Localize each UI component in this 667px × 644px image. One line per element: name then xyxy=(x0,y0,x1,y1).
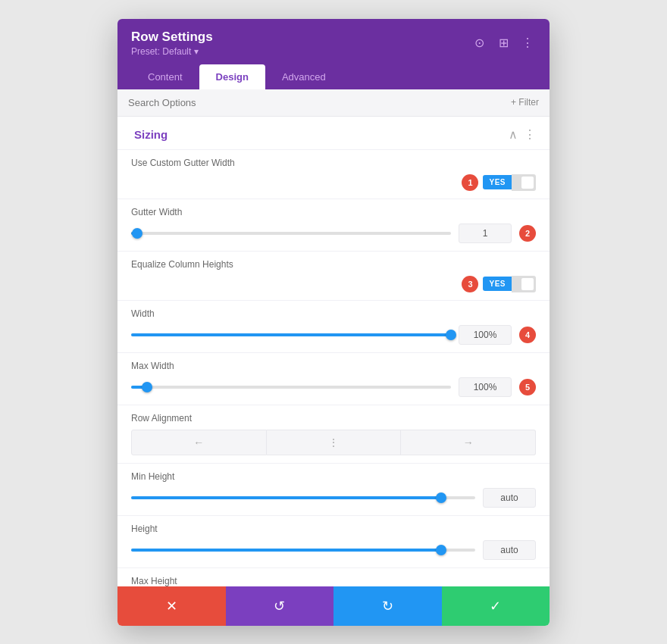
footer: ✕ ↺ ↻ ✓ xyxy=(117,586,550,626)
slider-row-width: 100% 4 xyxy=(131,325,536,345)
toggle-custom-gutter[interactable]: YES xyxy=(483,174,536,191)
capture-icon[interactable]: ⊙ xyxy=(471,35,487,52)
slider-thumb-max-width[interactable] xyxy=(142,382,152,392)
slider-fill-gutter xyxy=(131,232,137,235)
slider-value-height: auto xyxy=(483,540,536,560)
setting-custom-gutter: Use Custom Gutter Width 1 YES xyxy=(117,149,550,199)
header-text: Row Settings Preset: Default ▾ xyxy=(131,30,213,57)
slider-fill-max-width xyxy=(131,386,147,389)
collapse-icon[interactable]: ∧ xyxy=(509,127,518,142)
undo-button[interactable]: ↺ xyxy=(226,586,334,626)
setting-row-inner: 1 YES xyxy=(131,174,536,191)
slider-track-max-width[interactable] xyxy=(131,386,451,389)
content-area: Sizing ∧ ⋮ Use Custom Gutter Width 1 YES… xyxy=(117,117,550,586)
setting-equalize-heights: Equalize Column Heights 3 YES xyxy=(117,251,550,300)
setting-height: Height auto xyxy=(117,515,550,567)
header-top: Row Settings Preset: Default ▾ ⊙ ⊞ ⋮ xyxy=(131,30,536,57)
setting-max-height: Max Height none xyxy=(117,567,550,586)
search-bar: + Filter xyxy=(117,89,550,117)
slider-thumb-gutter[interactable] xyxy=(132,228,142,239)
slider-track-height[interactable] xyxy=(131,549,475,552)
slider-value-width: 100% xyxy=(459,325,512,345)
slider-fill-height xyxy=(131,549,441,552)
alignment-buttons: ← ⋮ → xyxy=(131,430,536,455)
setting-label-equalize: Equalize Column Heights xyxy=(131,259,536,270)
modal-title: Row Settings xyxy=(131,30,213,45)
slider-value-gutter: 1 xyxy=(459,224,512,243)
badge-5: 5 xyxy=(519,379,536,395)
toggle-yes-label-equalize: YES xyxy=(483,277,512,291)
setting-label-height: Height xyxy=(131,524,536,534)
setting-row-alignment: Row Alignment ← ⋮ → xyxy=(117,405,550,463)
section-title: Sizing xyxy=(134,128,168,141)
setting-width: Width 100% 4 xyxy=(117,300,550,352)
toggle-switch-equalize[interactable] xyxy=(512,276,536,292)
tab-content[interactable]: Content xyxy=(131,64,199,89)
slider-fill-width xyxy=(131,333,451,336)
badge-3: 3 xyxy=(462,276,478,292)
slider-thumb-height[interactable] xyxy=(436,545,446,555)
setting-gutter-width: Gutter Width 1 2 xyxy=(117,199,550,251)
row-settings-modal: Row Settings Preset: Default ▾ ⊙ ⊞ ⋮ Con… xyxy=(117,19,550,626)
confirm-button[interactable]: ✓ xyxy=(442,586,550,626)
slider-track-width[interactable] xyxy=(131,333,451,336)
toggle-switch[interactable] xyxy=(512,174,536,191)
redo-button[interactable]: ↻ xyxy=(334,586,442,626)
align-right-button[interactable]: → xyxy=(401,430,536,455)
slider-thumb-min-height[interactable] xyxy=(436,492,446,503)
sizing-section-header: Sizing ∧ ⋮ xyxy=(117,117,550,149)
tab-bar: Content Design Advanced xyxy=(131,64,536,89)
slider-value-min-height: auto xyxy=(483,488,536,508)
tab-advanced[interactable]: Advanced xyxy=(265,64,343,89)
badge-2: 2 xyxy=(519,225,536,242)
setting-label-width: Width xyxy=(131,308,536,319)
slider-row-max-width: 100% 5 xyxy=(131,377,536,397)
slider-value-max-width: 100% xyxy=(459,377,512,397)
filter-button[interactable]: + Filter xyxy=(511,97,539,108)
cancel-button[interactable]: ✕ xyxy=(117,586,226,626)
tab-design[interactable]: Design xyxy=(199,64,265,89)
align-left-button[interactable]: ← xyxy=(131,430,267,455)
setting-label-row-alignment: Row Alignment xyxy=(131,413,536,424)
slider-row-height: auto xyxy=(131,540,536,560)
columns-icon[interactable]: ⊞ xyxy=(495,35,512,52)
slider-track-gutter[interactable] xyxy=(131,232,451,235)
setting-label-max-height: Max Height xyxy=(131,576,536,586)
setting-label-max-width: Max Width xyxy=(131,361,536,371)
toggle-yes-label: YES xyxy=(483,175,512,189)
badge-4: 4 xyxy=(519,327,536,343)
more-icon[interactable]: ⋮ xyxy=(519,35,536,52)
slider-track-min-height[interactable] xyxy=(131,496,475,499)
badge-1: 1 xyxy=(462,174,478,191)
section-more-icon[interactable]: ⋮ xyxy=(524,127,536,142)
header-icons: ⊙ ⊞ ⋮ xyxy=(471,35,536,52)
setting-label-gutter-width: Gutter Width xyxy=(131,207,536,217)
toggle-equalize[interactable]: YES xyxy=(483,276,536,292)
slider-row-gutter: 1 2 xyxy=(131,224,536,243)
setting-row-inner-equalize: 3 YES xyxy=(131,276,536,292)
setting-label-custom-gutter: Use Custom Gutter Width xyxy=(131,158,536,168)
setting-max-width: Max Width 100% 5 xyxy=(117,352,550,405)
setting-label-min-height: Min Height xyxy=(131,471,536,482)
slider-fill-min-height xyxy=(131,496,441,499)
preset-label[interactable]: Preset: Default ▾ xyxy=(131,46,213,57)
setting-min-height: Min Height auto xyxy=(117,463,550,515)
slider-thumb-width[interactable] xyxy=(446,330,456,340)
modal-header: Row Settings Preset: Default ▾ ⊙ ⊞ ⋮ Con… xyxy=(117,19,550,89)
align-center-button[interactable]: ⋮ xyxy=(267,430,402,455)
search-input[interactable] xyxy=(128,97,511,108)
slider-row-min-height: auto xyxy=(131,488,536,508)
section-controls: ∧ ⋮ xyxy=(509,127,536,142)
